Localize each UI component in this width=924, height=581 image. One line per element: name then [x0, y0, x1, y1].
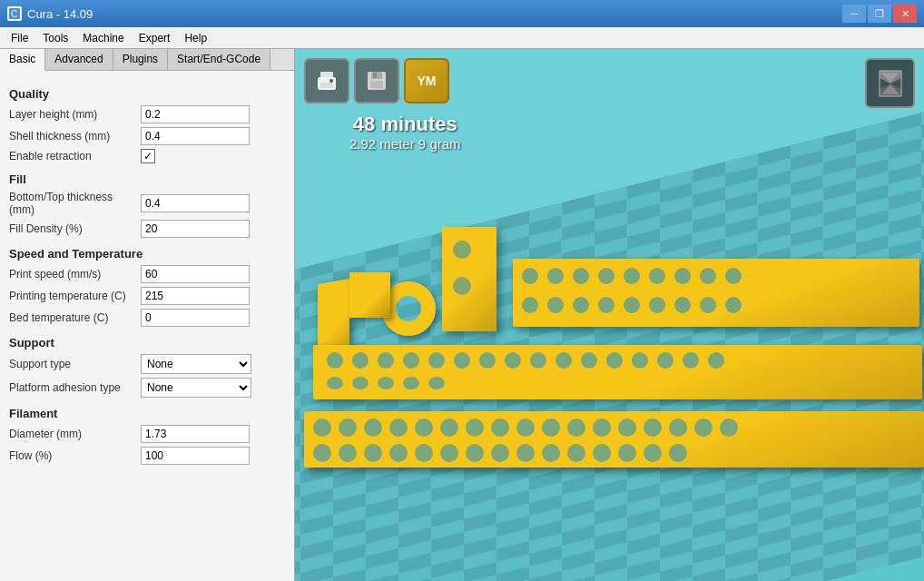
- ym-label: YM: [418, 74, 437, 88]
- svg-text:C: C: [11, 9, 17, 19]
- layer-height-input[interactable]: [141, 105, 250, 123]
- bed-temp-label: Bed temperature (C): [9, 311, 141, 324]
- main-layout: Basic Advanced Plugins Start/End-GCode Q…: [0, 49, 924, 581]
- app-title: Cura - 14.09: [27, 7, 93, 21]
- print-button[interactable]: [304, 58, 349, 103]
- shell-thickness-label: Shell thickness (mm): [9, 130, 141, 143]
- section-quality-title: Quality: [9, 87, 285, 101]
- print-info: 48 minutes 2.92 meter 9 gram: [349, 113, 461, 152]
- save-button[interactable]: [354, 58, 399, 103]
- printing-temp-input[interactable]: [141, 287, 250, 305]
- support-type-select[interactable]: None Touching buildplate Everywhere: [141, 354, 251, 374]
- svg-rect-19: [373, 73, 377, 78]
- section-filament-title: Filament: [9, 407, 285, 420]
- layer-height-label: Layer height (mm): [9, 108, 141, 121]
- form-content: Quality Layer height (mm) Shell thicknes…: [0, 71, 294, 476]
- layer-height-row: Layer height (mm): [9, 105, 285, 123]
- menu-tools[interactable]: Tools: [35, 30, 75, 46]
- section-speed-temp-title: Speed and Temperature: [9, 247, 285, 261]
- support-type-row: Support type None Touching buildplate Ev…: [9, 354, 285, 374]
- ym-button[interactable]: YM: [404, 58, 449, 103]
- flow-row: Flow (%): [9, 447, 285, 465]
- printing-temp-row: Printing temperature (C): [9, 287, 285, 305]
- fill-density-label: Fill Density (%): [9, 222, 141, 235]
- enable-retraction-row: Enable retraction ✓: [9, 149, 285, 163]
- print-details: 2.92 meter 9 gram: [349, 136, 461, 152]
- svg-rect-18: [370, 81, 383, 88]
- close-button[interactable]: ✕: [893, 5, 917, 23]
- menubar: File Tools Machine Expert Help: [0, 27, 924, 49]
- app-icon: C: [7, 6, 22, 21]
- tab-advanced[interactable]: Advanced: [45, 49, 113, 70]
- titlebar-controls: ─ ❐ ✕: [842, 5, 917, 23]
- print-time: 48 minutes: [349, 113, 461, 136]
- menu-help[interactable]: Help: [177, 30, 214, 46]
- tab-plugins[interactable]: Plugins: [113, 49, 168, 70]
- printing-temp-label: Printing temperature (C): [9, 290, 141, 302]
- print-speed-row: Print speed (mm/s): [9, 265, 285, 283]
- section-support-title: Support: [9, 336, 285, 350]
- rotate-view-button[interactable]: [865, 58, 915, 108]
- diameter-row: Diameter (mm): [9, 425, 285, 443]
- bed-temp-row: Bed temperature (C): [9, 309, 285, 327]
- platform-adhesion-row: Platform adhesion type None Brim Raft: [9, 378, 285, 398]
- platform-adhesion-select[interactable]: None Brim Raft: [141, 378, 251, 398]
- titlebar: C Cura - 14.09 ─ ❐ ✕: [0, 0, 924, 27]
- enable-retraction-checkbox[interactable]: ✓: [141, 149, 155, 163]
- tab-bar: Basic Advanced Plugins Start/End-GCode: [0, 49, 294, 71]
- diameter-label: Diameter (mm): [9, 428, 141, 440]
- svg-rect-13: [320, 72, 333, 79]
- titlebar-left: C Cura - 14.09: [7, 6, 93, 21]
- diameter-input[interactable]: [141, 425, 250, 443]
- menu-machine[interactable]: Machine: [75, 30, 131, 46]
- fill-density-input[interactable]: [141, 220, 250, 238]
- tab-start-end-gcode[interactable]: Start/End-GCode: [168, 49, 270, 70]
- tab-basic[interactable]: Basic: [0, 49, 45, 71]
- view-toolbar: YM: [304, 58, 449, 103]
- menu-file[interactable]: File: [4, 30, 35, 46]
- bottom-top-label: Bottom/Top thickness (mm): [9, 191, 141, 216]
- enable-retraction-label: Enable retraction: [9, 150, 141, 162]
- flow-label: Flow (%): [9, 449, 141, 462]
- shell-thickness-input[interactable]: [141, 127, 250, 145]
- bed-temp-input[interactable]: [141, 309, 250, 327]
- platform-adhesion-label: Platform adhesion type: [9, 381, 141, 394]
- minimize-button[interactable]: ─: [842, 5, 866, 23]
- fill-density-row: Fill Density (%): [9, 220, 285, 238]
- svg-point-15: [329, 79, 333, 83]
- print-speed-input[interactable]: [141, 265, 250, 283]
- print-speed-label: Print speed (mm/s): [9, 268, 141, 281]
- section-fill-title: Fill: [9, 172, 285, 186]
- bottom-top-input[interactable]: [141, 194, 250, 212]
- left-panel: Basic Advanced Plugins Start/End-GCode Q…: [0, 49, 295, 581]
- view-toolbar-right: [865, 58, 915, 108]
- bottom-top-row: Bottom/Top thickness (mm): [9, 191, 285, 216]
- flow-input[interactable]: [141, 447, 250, 465]
- restore-button[interactable]: ❐: [868, 5, 891, 23]
- view3d[interactable]: YM 48 minutes 2.92 meter 9 gram: [295, 49, 924, 581]
- support-type-label: Support type: [9, 358, 141, 370]
- svg-rect-14: [320, 83, 333, 88]
- shell-thickness-row: Shell thickness (mm): [9, 127, 285, 145]
- menu-expert[interactable]: Expert: [132, 30, 178, 46]
